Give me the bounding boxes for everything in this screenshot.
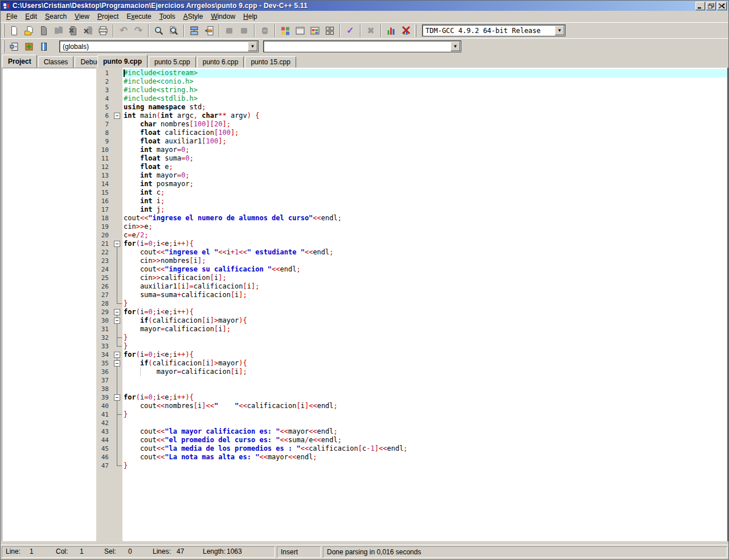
tab-punto-9-cpp[interactable]: punto 9.cpp [97,55,148,68]
code-text[interactable]: int main(int argc, char** argv) { [122,112,727,120]
code-text[interactable]: cout<<"ingrese su calificacion "<<endl; [122,265,727,274]
replace-icon[interactable] [187,23,202,38]
tab-punto-6-cpp[interactable]: punto 6.cpp [197,56,244,68]
code-text[interactable]: char nombres[100][20]; [122,120,727,129]
minimize-button[interactable] [695,2,705,10]
code-text[interactable]: if(calificacion[i]>mayor){ [122,359,727,368]
code-text[interactable]: } [122,410,727,419]
code-text[interactable]: for(i=0;i<e;i++){ [122,351,727,359]
menu-window[interactable]: Window [207,11,239,22]
compile-icon[interactable] [278,23,293,38]
close-button[interactable] [717,2,727,10]
code-text[interactable]: suma=suma+calificacion[i]; [122,291,727,299]
tab-punto-15-cpp[interactable]: punto 15.cpp [245,56,296,68]
menu-project[interactable]: Project [93,11,122,22]
code-text[interactable]: float e; [122,163,727,171]
tab-punto-5-cpp[interactable]: punto 5.cpp [149,56,196,68]
delete-profiling-icon[interactable] [399,23,413,38]
code-text[interactable]: auxiliar1[i]=calificacion[i]; [122,282,727,291]
fold-toggle-icon[interactable] [114,113,120,119]
rebuild-all-icon[interactable] [322,23,337,38]
chevron-down-icon[interactable]: ▼ [450,42,460,51]
code-text[interactable]: float suma=0; [122,154,727,163]
code-text[interactable]: int j; [122,205,727,214]
tab-project[interactable]: Project [2,55,37,68]
fold-toggle-icon[interactable] [114,241,120,247]
menu-search[interactable]: Search [41,11,71,22]
code-text[interactable]: for(i=0;i<e;i++){ [122,240,727,248]
new-unit-icon[interactable] [7,39,22,54]
tab-classes[interactable]: Classes [38,56,74,68]
code-text[interactable]: for(i=0;i<e;i++){ [122,308,727,316]
menu-execute[interactable]: Execute [122,11,155,22]
fold-toggle-icon[interactable] [114,352,120,358]
code-text[interactable]: float auxiliar1[100]; [122,137,727,146]
project-browser-panel[interactable] [2,68,96,541]
code-text[interactable]: int c; [122,188,727,197]
code-text[interactable]: mayor=calificacion[i]; [122,368,727,376]
menu-astyle[interactable]: AStyle [179,11,207,22]
code-text[interactable]: } [122,462,727,470]
code-editor[interactable]: 1#include<iostream>2#include<conio.h>3#i… [96,68,728,541]
code-text[interactable]: cout<<"ingrese el numero de alumnos del … [122,214,727,223]
profile-analysis-icon[interactable] [384,23,399,38]
open-file-icon[interactable] [22,23,36,38]
code-text[interactable]: for(i=0;i<e;i++){ [122,393,727,402]
code-text[interactable]: } [122,342,727,351]
globals-select[interactable]: (globals) ▼ [59,40,259,52]
remove-from-project-icon[interactable] [36,39,51,54]
fold-toggle-icon[interactable] [114,394,120,401]
code-text[interactable]: cin>>e; [122,223,727,231]
toolbar-grip[interactable] [3,24,5,37]
code-text[interactable]: int posmayor; [122,180,727,188]
find-in-files-icon[interactable] [166,23,181,38]
fold-toggle-icon[interactable] [114,318,120,324]
code-text[interactable]: using namespace std; [122,103,727,112]
compiler-select[interactable]: TDM-GCC 4.9.2 64-bit Release ▼ [422,24,566,36]
code-text[interactable]: int mayor=0; [122,171,727,180]
code-text[interactable]: #include<string.h> [122,86,727,94]
fold-toggle-icon[interactable] [114,360,120,367]
add-to-project-icon[interactable] [22,39,36,54]
restore-button[interactable] [706,2,716,10]
code-text[interactable]: cout<<"la mayor calificacion es: "<<mayo… [122,427,727,436]
code-text[interactable]: cin>>calificacion[i]; [122,274,727,282]
code-text[interactable]: int i; [122,197,727,205]
code-text[interactable]: float calificacion[100]; [122,129,727,137]
print-icon[interactable] [96,23,110,38]
code-text[interactable] [122,385,727,393]
code-text[interactable]: } [122,333,727,342]
code-text[interactable]: cout<<"ingrese el "<<i+1<<" estudiante "… [122,248,727,257]
code-text[interactable]: #include<stdlib.h> [122,94,727,103]
toolbar-grip[interactable] [415,24,416,37]
code-text[interactable] [122,376,727,385]
chevron-down-icon[interactable]: ▼ [555,26,564,35]
menu-edit[interactable]: Edit [21,11,41,22]
code-text[interactable]: cout<<nombres[i]<<" "<<calificacion[i]<<… [122,402,727,410]
code-text[interactable]: int mayor=0; [122,146,727,154]
new-file-icon[interactable] [7,23,22,38]
code-text[interactable]: if(calificacion[i]>mayor){ [122,316,727,325]
code-text[interactable]: #include<conio.h> [122,77,727,86]
code-text[interactable]: #include<iostream> [122,69,727,77]
syntax-check-icon[interactable]: ✓ [343,23,358,38]
code-text[interactable] [122,419,727,427]
menu-file[interactable]: File [2,11,21,22]
find-icon[interactable] [151,23,166,38]
run-icon[interactable] [293,23,308,38]
members-select[interactable]: ▼ [263,40,461,52]
toolbar-grip[interactable] [3,40,5,53]
code-text[interactable]: cout<<"La nota mas alta es: "<<mayor<<en… [122,453,727,462]
code-text[interactable]: cout<<"la media de los promedios es : "<… [122,444,727,453]
chevron-down-icon[interactable]: ▼ [248,42,257,51]
code-text[interactable]: c=e/2; [122,231,727,240]
code-text[interactable]: } [122,299,727,308]
menu-view[interactable]: View [71,11,93,22]
code-text[interactable]: mayor=calificacion[i]; [122,325,727,333]
menu-tools[interactable]: Tools [155,11,179,22]
code-text[interactable]: cout<<"el promedio del curso es: "<<suma… [122,436,727,444]
menu-help[interactable]: Help [239,11,261,22]
compile-and-run-icon[interactable] [308,23,322,38]
goto-line-icon[interactable] [202,23,216,38]
fold-toggle-icon[interactable] [114,309,120,315]
